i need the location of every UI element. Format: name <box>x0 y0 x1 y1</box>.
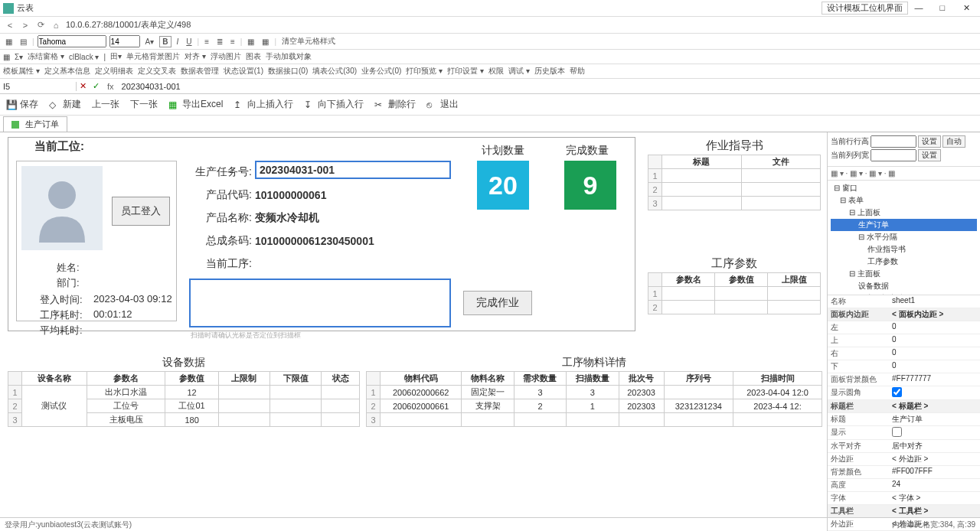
table-row[interactable]: 3 <box>367 413 822 427</box>
toolbar-icon[interactable]: Σ▾ <box>15 53 23 61</box>
fillformula-button[interactable]: 填表公式(30) <box>312 66 357 77</box>
home-icon[interactable]: ⌂ <box>51 21 61 30</box>
auth-button[interactable]: 权限 <box>488 66 504 77</box>
reload-icon[interactable]: ⟳ <box>35 20 46 30</box>
prev-button[interactable]: 上一张 <box>92 98 119 111</box>
fx-icon[interactable]: fx <box>103 82 119 91</box>
cancel-formula-icon[interactable]: ✕ <box>77 81 90 91</box>
set-button[interactable]: 设置 <box>918 135 941 148</box>
row-height-input[interactable] <box>871 135 916 148</box>
worker-login-button[interactable]: 员工登入 <box>112 197 170 226</box>
freeze-button[interactable]: 冻结窗格 ▾ <box>28 51 64 62</box>
task-number-cell[interactable]: 202304031-001 <box>255 161 451 179</box>
statuses-button[interactable]: 状态设置(1) <box>224 66 263 77</box>
tree-node[interactable]: ⊟ 上面板 <box>831 207 977 219</box>
delete-row-button[interactable]: ✂删除行 <box>374 98 416 111</box>
table-row[interactable]: 1200602000662固定架一332023032023-04-04 12:0 <box>367 386 822 399</box>
tree-node[interactable]: ⊟ 水平分隔 <box>831 231 977 243</box>
data-mgr-button[interactable]: 数据表管理 <box>181 66 219 77</box>
sheet-tab[interactable]: 生产订单 <box>3 116 67 132</box>
save-button[interactable]: 💾保存 <box>6 98 38 111</box>
table-row[interactable]: 1 <box>648 169 821 183</box>
fill-icon[interactable]: ▦ <box>245 37 256 47</box>
insert-down-button[interactable]: ↧向下插入行 <box>304 98 364 111</box>
svg-point-0 <box>48 181 76 209</box>
toolbar-icon[interactable]: ▦ <box>3 53 10 61</box>
checkbox[interactable] <box>892 427 902 437</box>
align-center-icon[interactable]: ≣ <box>214 37 225 47</box>
table-row[interactable]: 1测试仪出水口水温12 <box>8 386 360 399</box>
italic-button[interactable]: I <box>175 37 181 47</box>
history-button[interactable]: 历史版本 <box>534 66 565 77</box>
col-width-input[interactable] <box>871 149 916 161</box>
table-row[interactable]: 3 <box>648 197 821 210</box>
template-toolbar: 模板属性 ▾ 定义基本信息 定义明细表 定义交叉表 数据表管理 状态设置(1) … <box>0 64 980 79</box>
exit-button[interactable]: ⎋退出 <box>426 98 459 111</box>
def-basic-button[interactable]: 定义基本信息 <box>44 66 90 77</box>
border-icon[interactable]: 田▾ <box>110 51 122 62</box>
new-button[interactable]: ◇新建 <box>49 98 81 111</box>
complete-button[interactable]: 完成作业 <box>463 291 532 315</box>
def-detail-button[interactable]: 定义明细表 <box>95 66 133 77</box>
def-cross-button[interactable]: 定义交叉表 <box>138 66 176 77</box>
tree-node[interactable]: 设备数据 <box>831 280 977 292</box>
cell-ref[interactable]: I5 <box>0 82 77 91</box>
bold-button[interactable]: B <box>159 36 171 47</box>
address-url[interactable]: 10.0.6.27:88/10001/表单定义/498 <box>66 19 975 31</box>
help-button[interactable]: 帮助 <box>570 66 585 77</box>
structure-tree[interactable]: ⊟ 窗口 ⊟ 表单 ⊟ 上面板 生产订单 ⊟ 水平分隔 作业指导书 工序参数 ⊟… <box>828 181 980 295</box>
tree-node[interactable]: ⊟ 窗口 <box>831 182 977 194</box>
merge-icon[interactable]: ▦ <box>260 37 271 47</box>
table-row[interactable]: 2200602000661支撑架2120230332312312342023-4… <box>367 399 822 413</box>
align-button[interactable]: 对齐 ▾ <box>185 51 206 62</box>
align-left-icon[interactable]: ≡ <box>202 37 211 47</box>
chart-button[interactable]: 图表 <box>246 51 261 62</box>
tpl-props-button[interactable]: 模板属性 ▾ <box>3 66 40 77</box>
manual-load-button[interactable]: 手动加载对象 <box>266 51 312 62</box>
accept-formula-icon[interactable]: ✓ <box>90 81 103 91</box>
insert-up-button[interactable]: ↥向上插入行 <box>234 98 293 111</box>
export-excel-button[interactable]: ▦导出Excel <box>168 98 223 111</box>
formula-value[interactable]: 202304031-001 <box>119 82 980 91</box>
set-button[interactable]: 设置 <box>918 149 941 161</box>
table-row[interactable]: 2 <box>648 301 821 314</box>
table-row[interactable]: 1 <box>648 287 821 301</box>
name-value: 变频水冷却机 <box>255 211 319 225</box>
font-name-select[interactable] <box>38 35 106 47</box>
scan-input[interactable] <box>189 279 451 327</box>
underline-button[interactable]: U <box>184 37 194 47</box>
forward-icon[interactable]: > <box>20 21 31 30</box>
font-color-icon[interactable]: A▾ <box>143 37 157 47</box>
bizformula-button[interactable]: 业务公式(0) <box>361 66 401 77</box>
tree-node-selected[interactable]: 生产订单 <box>831 219 977 231</box>
tree-node[interactable]: 工序参数 <box>831 256 977 268</box>
worker-box: 员工登入 姓名: 部门: 登入时间: 2023-04-03 09:12 工序耗时… <box>16 161 177 321</box>
min-button[interactable]: — <box>908 3 929 12</box>
form-canvas[interactable]: 当前工位: 员工登入 姓名: 部门: 登入时间: 2023-04-03 09:1… <box>0 132 827 531</box>
cellbg-button[interactable]: 单元格背景图片 <box>126 51 180 62</box>
clear-format-button[interactable]: 清空单元格样式 <box>279 35 338 47</box>
floatimg-button[interactable]: 浮动图片 <box>211 51 241 62</box>
tree-node[interactable]: 作业指导书 <box>831 243 977 256</box>
printset-button[interactable]: 打印设置 ▾ <box>447 66 484 77</box>
next-button[interactable]: 下一张 <box>130 98 158 111</box>
dataif-button[interactable]: 数据接口(0) <box>268 66 308 77</box>
window-tab[interactable]: 设计模板工位机界面 <box>822 2 908 15</box>
color-picker[interactable]: clBlack ▾ <box>69 53 99 61</box>
back-icon[interactable]: < <box>5 21 15 30</box>
tree-node[interactable]: ⊟ 主面板 <box>831 268 977 280</box>
property-grid[interactable]: 名称sheet1 面板内边距< 面板内边距 > 左0 上0 右0 下0 面板背景… <box>828 295 980 531</box>
max-button[interactable]: □ <box>932 3 953 12</box>
elapsed-value: 00:01:12 <box>93 308 132 320</box>
tree-node[interactable]: ⊟ 表单 <box>831 194 977 207</box>
table-row[interactable]: 2 <box>648 183 821 197</box>
checkbox[interactable] <box>892 387 902 397</box>
auto-button[interactable]: 自动 <box>942 135 965 148</box>
printpre-button[interactable]: 打印预览 ▾ <box>406 66 443 77</box>
close-button[interactable]: ✕ <box>956 3 977 13</box>
align-right-icon[interactable]: ≡ <box>228 37 237 47</box>
toolbar-icon[interactable]: ▦ <box>3 37 15 47</box>
debug-button[interactable]: 调试 ▾ <box>508 66 530 77</box>
font-size-select[interactable] <box>109 35 140 47</box>
toolbar-icon[interactable]: ▤ <box>18 37 29 47</box>
